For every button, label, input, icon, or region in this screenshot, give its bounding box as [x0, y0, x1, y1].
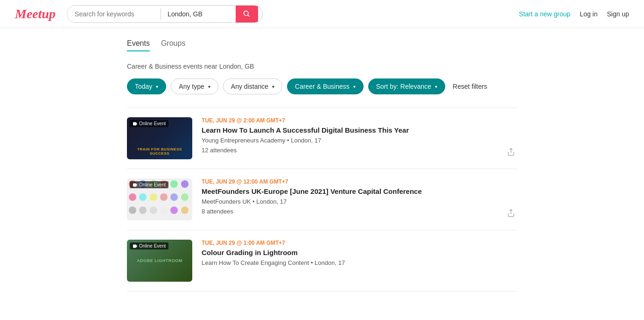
event-attendees: 8 attendees: [202, 208, 517, 215]
event-item: Online Event TUE, JUN 29 @ 12:00 AM GMT+…: [127, 169, 517, 230]
filter-today-label: Today: [135, 83, 152, 90]
event-date: TUE, JUN 29 @ 12:00 AM GMT+7: [202, 178, 517, 185]
header-nav: Start a new group Log in Sign up: [519, 10, 629, 18]
filter-sort-label: Sort by: Relevance: [376, 83, 431, 90]
filter-sort[interactable]: Sort by: Relevance ▾: [368, 78, 445, 94]
share-icon: [507, 148, 515, 156]
thumbnail-text: ADOBE LIGHTROOM: [137, 258, 182, 263]
event-info: TUE, JUN 29 @ 12:00 AM GMT+7 MeetFounder…: [202, 178, 517, 215]
event-group: Learn How To Create Engaging Content • L…: [202, 259, 517, 266]
video-icon: [133, 244, 137, 249]
filters-bar: Today ▾ Any type ▾ Any distance ▾ Career…: [127, 78, 517, 94]
filter-any-distance[interactable]: Any distance ▾: [223, 78, 282, 94]
filter-any-type-label: Any type: [179, 83, 204, 90]
header: Meetup Start a new group Log in Sign up: [0, 0, 644, 28]
online-badge-label: Online Event: [139, 243, 166, 249]
video-icon: [133, 183, 137, 187]
filter-career-label: Career & Business: [295, 83, 350, 90]
location-input[interactable]: [161, 7, 236, 21]
online-badge: Online Event: [130, 120, 168, 127]
event-attendees: 12 attendees: [202, 147, 517, 154]
chevron-down-icon: ▾: [208, 84, 210, 89]
share-button[interactable]: [505, 207, 517, 220]
event-title[interactable]: Learn How To Launch A Successful Digital…: [202, 126, 517, 135]
reset-filters-button[interactable]: Reset filters: [453, 83, 487, 90]
logo[interactable]: Meetup: [15, 7, 56, 21]
filter-today[interactable]: Today ▾: [127, 78, 166, 94]
online-badge: Online Event: [130, 242, 168, 249]
online-badge-label: Online Event: [139, 182, 166, 187]
video-icon: [133, 121, 137, 126]
tab-events[interactable]: Events: [127, 39, 150, 51]
search-icon: [243, 10, 251, 18]
signup-button[interactable]: Sign up: [607, 10, 629, 18]
search-bar: [67, 5, 263, 23]
event-title[interactable]: Colour Grading in Lightroom: [202, 248, 517, 257]
tabs: Events Groups: [127, 39, 517, 51]
share-button[interactable]: [505, 146, 517, 159]
events-list: TRAIN FOR BUSINESS SUCCESS Online Event …: [127, 107, 517, 292]
event-item: ADOBE LIGHTROOM Online Event TUE, JUN 29…: [127, 230, 517, 292]
search-input[interactable]: [67, 7, 161, 21]
main-content: Events Groups Career & Business events n…: [112, 28, 532, 303]
chevron-down-icon: ▾: [272, 84, 274, 89]
event-thumbnail[interactable]: ADOBE LIGHTROOM Online Event: [127, 240, 192, 282]
login-button[interactable]: Log in: [580, 10, 597, 18]
event-group: Young Entrepreneurs Academy • London, 17: [202, 137, 517, 144]
results-subtitle: Career & Business events near London, GB: [127, 63, 517, 70]
event-date: TUE, JUN 29 @ 2:00 AM GMT+7: [202, 117, 517, 124]
event-date: TUE, JUN 29 @ 1:00 AM GMT+7: [202, 240, 517, 246]
event-info: TUE, JUN 29 @ 2:00 AM GMT+7 Learn How To…: [202, 117, 517, 154]
online-badge-label: Online Event: [139, 121, 166, 126]
chevron-down-icon: ▾: [156, 84, 158, 89]
filter-any-distance-label: Any distance: [231, 83, 268, 90]
event-title[interactable]: MeetFounders UK-Europe [June 2021] Ventu…: [202, 187, 517, 196]
event-item: TRAIN FOR BUSINESS SUCCESS Online Event …: [127, 107, 517, 169]
chevron-down-icon: ▾: [435, 84, 437, 89]
thumbnail-text: TRAIN FOR BUSINESS SUCCESS: [127, 147, 192, 156]
filter-any-type[interactable]: Any type ▾: [171, 78, 218, 94]
event-group: MeetFounders UK • London, 17: [202, 198, 517, 205]
search-button[interactable]: [236, 6, 258, 22]
tab-groups[interactable]: Groups: [161, 39, 185, 51]
event-info: TUE, JUN 29 @ 1:00 AM GMT+7 Colour Gradi…: [202, 240, 517, 269]
event-thumbnail[interactable]: Online Event: [127, 178, 192, 220]
start-group-link[interactable]: Start a new group: [519, 10, 571, 18]
share-icon: [507, 209, 515, 217]
online-badge: Online Event: [130, 181, 168, 188]
chevron-down-icon: ▾: [353, 84, 356, 89]
filter-career[interactable]: Career & Business ▾: [287, 78, 364, 94]
event-thumbnail[interactable]: TRAIN FOR BUSINESS SUCCESS Online Event: [127, 117, 192, 159]
